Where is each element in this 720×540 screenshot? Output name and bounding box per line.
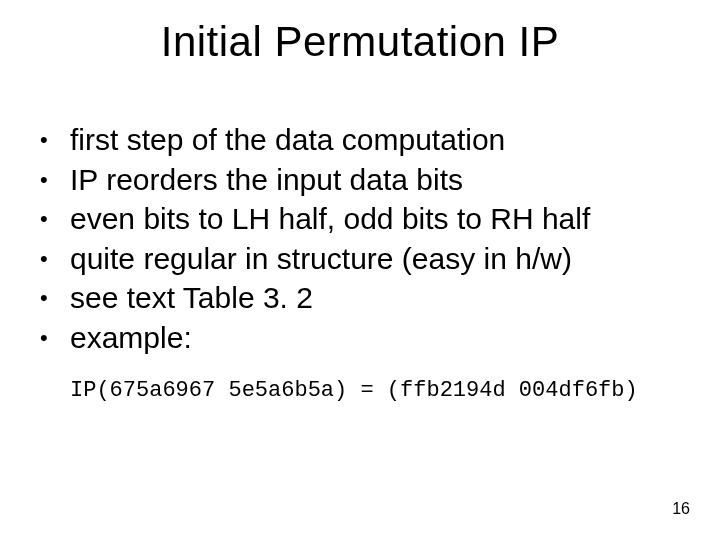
bullet-marker-icon: • <box>40 160 70 200</box>
bullet-marker-icon: • <box>40 239 70 279</box>
code-example: IP(675a6967 5e5a6b5a) = (ffb2194d 004df6… <box>40 378 690 403</box>
bullet-item: • IP reorders the input data bits <box>40 160 690 200</box>
bullet-text: see text Table 3. 2 <box>70 278 690 318</box>
bullet-marker-icon: • <box>40 120 70 160</box>
bullet-item: • first step of the data computation <box>40 120 690 160</box>
bullet-text: example: <box>70 318 690 358</box>
bullet-text: IP reorders the input data bits <box>70 160 690 200</box>
slide-body: • first step of the data computation • I… <box>40 120 690 403</box>
slide: Initial Permutation IP • first step of t… <box>0 0 720 540</box>
slide-title: Initial Permutation IP <box>0 18 720 66</box>
bullet-item: • see text Table 3. 2 <box>40 278 690 318</box>
bullet-item: • even bits to LH half, odd bits to RH h… <box>40 199 690 239</box>
bullet-marker-icon: • <box>40 199 70 239</box>
bullet-item: • example: <box>40 318 690 358</box>
bullet-text: even bits to LH half, odd bits to RH hal… <box>70 199 690 239</box>
page-number: 16 <box>672 500 690 518</box>
bullet-marker-icon: • <box>40 318 70 358</box>
bullet-text: quite regular in structure (easy in h/w) <box>70 239 690 279</box>
bullet-text: first step of the data computation <box>70 120 690 160</box>
bullet-item: • quite regular in structure (easy in h/… <box>40 239 690 279</box>
bullet-marker-icon: • <box>40 278 70 318</box>
